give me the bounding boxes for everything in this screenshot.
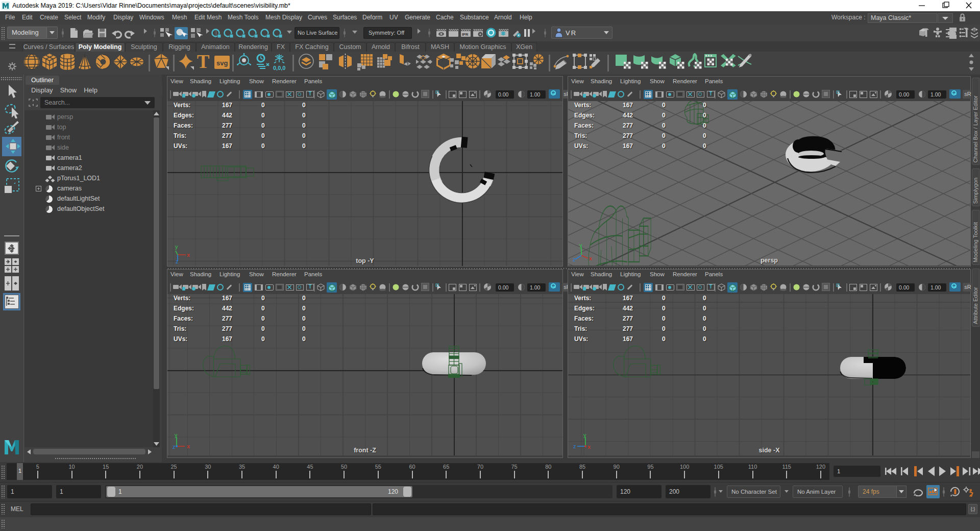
svg-text:0,0,0: 0,0,0 [273,65,285,71]
svg-text:z: z [573,256,576,262]
svg-text:z: z [176,258,179,264]
svg-text:IPR: IPR [462,32,469,37]
svg-text:y: y [175,244,178,250]
svg-text:x: x [187,443,190,449]
svg-text:svg: svg [216,59,228,67]
svg-text:x: x [589,255,593,261]
svg-text:y: y [579,243,582,248]
svg-text:z: z [573,443,576,449]
svg-text:x: x [187,252,190,258]
svg-text:x: x [587,444,591,450]
svg-text:y: y [583,433,586,438]
svg-text:z: z [173,444,176,450]
svg-text:y: y [175,433,178,438]
